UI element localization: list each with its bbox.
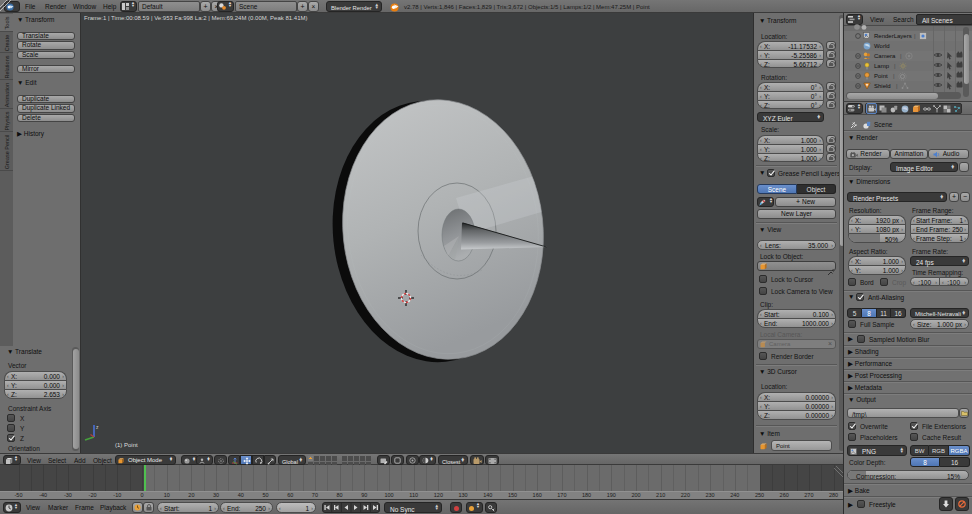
svg-text:z: z (96, 424, 99, 430)
